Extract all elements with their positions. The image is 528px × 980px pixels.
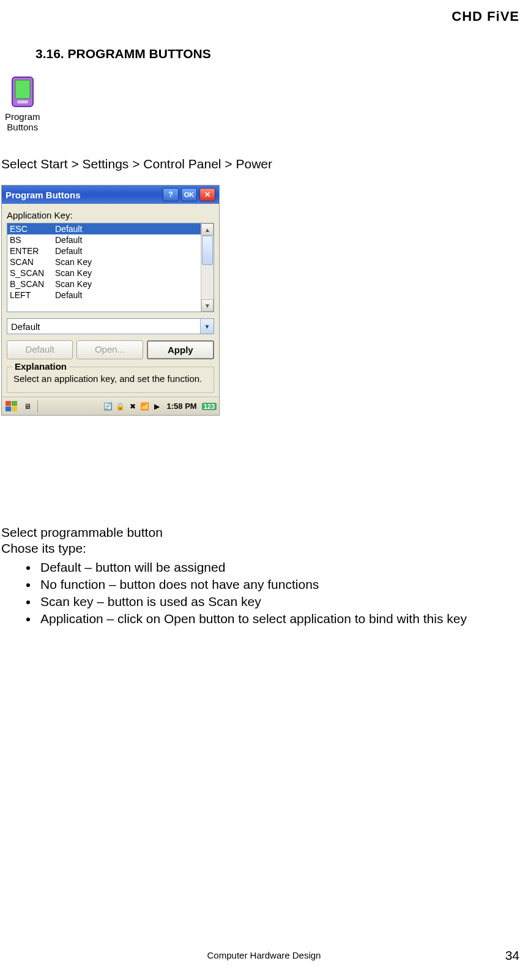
- pda-icon: [10, 76, 35, 110]
- default-button[interactable]: Default: [7, 340, 73, 359]
- close-icon[interactable]: ✖: [128, 402, 138, 411]
- page-number: 34: [505, 948, 519, 963]
- program-buttons-cp-icon[interactable]: Program Buttons: [5, 76, 40, 132]
- body-line-2: Chose its type:: [1, 540, 515, 556]
- bullet-item: Application – click on Open button to se…: [38, 611, 515, 627]
- scrollbar[interactable]: ▲ ▼: [201, 223, 214, 312]
- list-item[interactable]: ESCDefault: [7, 223, 201, 234]
- desktop-icon[interactable]: 🖥: [23, 402, 32, 411]
- svg-rect-3: [6, 401, 11, 406]
- close-button[interactable]: ✕: [199, 188, 215, 201]
- open-button[interactable]: Open...: [76, 340, 143, 359]
- bullet-item: Scan key – button is used as Scan key: [38, 594, 515, 610]
- scroll-thumb[interactable]: [202, 236, 213, 265]
- sync-icon[interactable]: 🔄: [103, 402, 113, 411]
- explanation-group: Explanation Select an application key, a…: [7, 367, 214, 393]
- scroll-track[interactable]: [201, 236, 214, 299]
- list-val: Scan Key: [55, 257, 198, 267]
- clock[interactable]: 1:58 PM: [165, 402, 199, 411]
- titlebar: Program Buttons ? OK ✕: [2, 185, 219, 204]
- network-icon[interactable]: 📶: [140, 402, 150, 411]
- apply-button[interactable]: Apply: [147, 340, 214, 359]
- group-text: Select an application key, and set the f…: [13, 373, 207, 384]
- icon-label-1: Program: [5, 111, 40, 122]
- list-item[interactable]: B_SCANScan Key: [7, 279, 201, 290]
- scroll-up-icon[interactable]: ▲: [201, 223, 214, 236]
- svg-rect-5: [6, 406, 11, 411]
- list-item[interactable]: SCANScan Key: [7, 256, 201, 267]
- list-key: S_SCAN: [10, 268, 55, 278]
- help-button[interactable]: ?: [163, 188, 179, 201]
- program-buttons-window: Program Buttons ? OK ✕ Application Key: …: [1, 185, 220, 416]
- section-number: 3.16.: [35, 47, 64, 61]
- window-title: Program Buttons: [6, 190, 160, 200]
- svg-rect-1: [15, 80, 30, 99]
- chevron-down-icon[interactable]: ▼: [200, 319, 214, 334]
- svg-rect-4: [12, 401, 17, 406]
- input-panel-icon[interactable]: 123: [202, 403, 217, 410]
- section-title: 3.16. PROGRAMM BUTTONS: [35, 47, 211, 61]
- body-line-1: Select programmable button: [1, 525, 515, 540]
- list-key: ENTER: [10, 246, 55, 256]
- svg-rect-2: [17, 100, 28, 103]
- list-key: LEFT: [10, 290, 55, 300]
- list-key: BS: [10, 235, 55, 245]
- body-text: Select programmable button Chose its typ…: [1, 525, 515, 629]
- list-key: SCAN: [10, 257, 55, 267]
- list-key: ESC: [10, 224, 55, 234]
- breadcrumb: Select Start > Settings > Control Panel …: [1, 157, 272, 171]
- section-heading-text: PROGRAMM BUTTONS: [68, 47, 211, 61]
- application-key-list[interactable]: ESCDefault BSDefault ENTERDefault SCANSc…: [7, 223, 214, 312]
- bullet-item: No function – button does not have any f…: [38, 577, 515, 593]
- function-dropdown[interactable]: Default ▼: [7, 318, 214, 334]
- list-item[interactable]: LEFTDefault: [7, 290, 201, 301]
- icon-label-2: Buttons: [5, 122, 40, 132]
- play-icon[interactable]: ▶: [152, 402, 162, 411]
- list-val: Scan Key: [55, 279, 198, 289]
- scroll-down-icon[interactable]: ▼: [201, 299, 214, 312]
- ok-button[interactable]: OK: [181, 188, 197, 201]
- list-val: Default: [55, 290, 198, 300]
- taskbar: 🖥 🔄 🔒 ✖ 📶 ▶ 1:58 PM 123: [2, 397, 219, 415]
- footer-text: Computer Hardware Design: [0, 950, 528, 960]
- header-logo: CHD FiVE: [452, 9, 519, 24]
- list-val: Default: [55, 224, 198, 234]
- dropdown-value: Default: [11, 321, 40, 332]
- list-val: Default: [55, 235, 198, 245]
- lock-icon[interactable]: 🔒: [116, 402, 125, 411]
- list-item[interactable]: BSDefault: [7, 234, 201, 245]
- group-legend: Explanation: [12, 361, 69, 372]
- bullet-item: Default – button will be assigned: [38, 559, 515, 575]
- list-key: B_SCAN: [10, 279, 55, 289]
- list-val: Scan Key: [55, 268, 198, 278]
- separator: [37, 400, 38, 413]
- application-key-label: Application Key:: [7, 210, 214, 220]
- list-val: Default: [55, 246, 198, 256]
- start-button[interactable]: [4, 400, 19, 413]
- list-item[interactable]: ENTERDefault: [7, 245, 201, 256]
- svg-rect-6: [12, 406, 17, 411]
- list-item[interactable]: S_SCANScan Key: [7, 267, 201, 279]
